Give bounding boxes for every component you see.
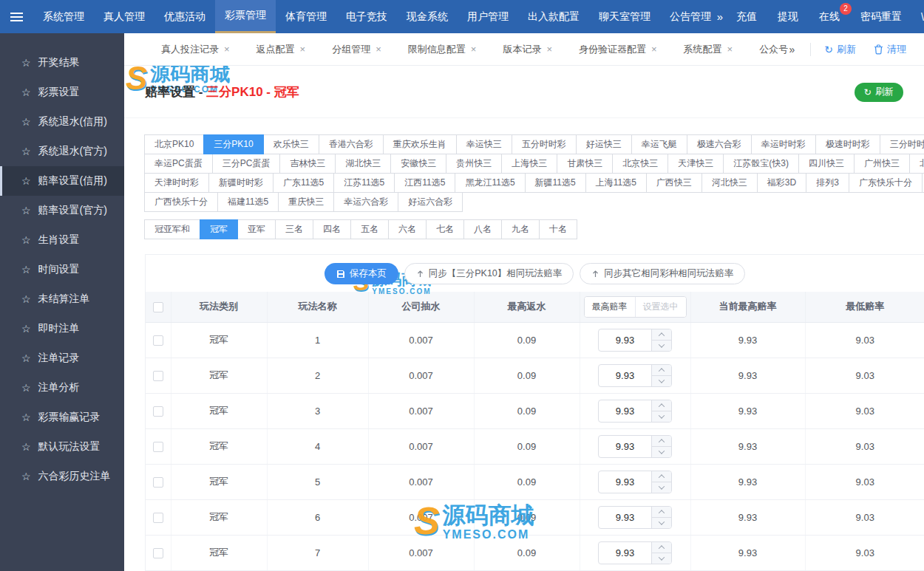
sidebar-item[interactable]: ☆系统退水(官方) [0,137,124,166]
topnav-item[interactable]: 用户管理 [458,0,518,33]
sidebar-item[interactable]: ☆即时注单 [0,314,124,343]
save-page-button[interactable]: 保存本页 [325,263,398,284]
row-checkbox[interactable] [153,442,163,452]
position-tab[interactable]: 五名 [350,219,389,239]
lottery-tab[interactable]: 香港六合彩 [319,134,384,154]
open-tab[interactable]: 限制信息配置× [408,43,477,56]
refresh-button[interactable]: ↻ 刷新 [855,83,903,102]
sidebar-item[interactable]: ☆注单记录 [0,343,124,373]
close-icon[interactable]: × [300,44,306,55]
lottery-tab[interactable]: 好运六合彩 [398,192,463,212]
decrement-button[interactable] [651,340,671,351]
decrement-button[interactable] [651,553,671,564]
sidebar-item[interactable]: ☆注单分析 [0,373,124,403]
tabs-clear-button[interactable]: 清理 [874,43,906,56]
sidebar-item[interactable]: ☆彩票输赢记录 [0,403,124,432]
topnav-action[interactable]: 密码重置 [850,0,912,33]
sidebar-item[interactable]: ☆生肖设置 [0,225,124,255]
open-tab[interactable]: 系统配置× [684,43,733,56]
lottery-tab[interactable]: 广东11选5 [273,173,334,193]
lottery-tab[interactable]: 天津快三 [667,154,724,174]
close-icon[interactable]: × [224,44,230,55]
row-checkbox[interactable] [153,513,163,523]
menu-toggle-button[interactable] [0,0,33,33]
tabs-overflow-icon[interactable]: » [789,44,795,55]
sidebar-item[interactable]: ☆赔率设置(官方) [0,196,124,225]
increment-button[interactable] [651,400,671,411]
select-all-checkbox[interactable] [153,302,163,312]
lottery-tab[interactable]: 重庆欢乐生肖 [383,134,457,154]
lottery-tab[interactable]: 新疆时时彩 [208,173,274,193]
topnav-action[interactable]: 提现 [767,0,809,33]
lottery-tab[interactable]: 上海快三 [501,154,557,174]
close-icon[interactable]: × [376,44,381,55]
lottery-tab[interactable]: 河北快三 [702,173,758,193]
topnav-item[interactable]: 公告管理 [660,0,714,33]
lottery-tab[interactable]: 三分PC蛋蛋 [212,154,281,174]
odds-input[interactable] [599,365,651,386]
max-odds-button[interactable]: 最高赔率 [585,297,635,317]
lottery-tab[interactable]: 北京快三 [612,154,668,174]
row-checkbox[interactable] [153,548,163,558]
odds-input[interactable] [599,400,651,422]
position-tab[interactable]: 四名 [313,219,351,239]
topnav-item[interactable]: 系统管理 [33,0,94,33]
lottery-tab[interactable]: 吉林快三 [279,154,336,174]
topnav-item[interactable]: 聊天室管理 [589,0,660,33]
row-checkbox[interactable] [153,406,163,417]
increment-button[interactable] [651,436,671,446]
decrement-button[interactable] [651,517,671,528]
row-checkbox[interactable] [153,335,163,346]
lottery-tab[interactable]: 广东快乐十分 [849,173,923,193]
sync-other-lottery-button[interactable]: 同步其它相同彩种相同玩法赔率 [580,263,745,284]
tabs-refresh-button[interactable]: ↻ 刷新 [824,43,856,56]
position-tab[interactable]: 八名 [463,219,502,239]
position-tab[interactable]: 六名 [388,219,427,239]
position-tab[interactable]: 七名 [426,219,464,239]
lottery-tab[interactable]: 上海11选5 [585,173,647,193]
lottery-tab[interactable]: 北京PK10 [144,134,204,154]
sidebar-item[interactable]: ☆赔率设置(信用) [0,166,124,196]
lottery-tab[interactable]: 江苏11选5 [333,173,395,193]
close-icon[interactable]: × [727,44,733,55]
odds-input[interactable] [599,329,651,351]
sidebar-item[interactable]: ☆时间设置 [0,255,124,284]
increment-button[interactable] [651,507,671,517]
open-tab[interactable]: 返点配置× [257,43,306,56]
lottery-tab[interactable]: 江西11选5 [394,173,455,193]
close-icon[interactable]: × [651,44,657,55]
lottery-tab[interactable]: 极速时时彩 [815,134,880,154]
increment-button[interactable] [651,471,671,482]
lottery-tab[interactable]: 北京快乐8 [909,154,924,174]
odds-input[interactable] [599,436,651,457]
topnav-item[interactable]: 电子竞技 [336,0,397,33]
open-tab[interactable]: 版本记录× [503,43,552,56]
lottery-tab[interactable]: 五分时时彩 [512,134,577,154]
lottery-tab[interactable]: 广州快三 [854,154,910,174]
topnav-item[interactable]: 出入款配置 [518,0,589,33]
lottery-tab[interactable]: 排列3 [806,173,849,193]
position-tab[interactable]: 九名 [501,219,540,239]
lottery-tab[interactable]: 幸运PC蛋蛋 [144,154,213,174]
topnav-action[interactable]: 在线2 [809,0,850,33]
open-tab[interactable]: 公众号配置× [759,43,787,56]
lottery-tab[interactable]: 江苏骰宝(快3) [723,154,799,174]
lottery-tab[interactable]: 广西快乐十分 [144,192,218,212]
sidebar-item[interactable]: ☆未结算注单 [0,284,124,314]
sidebar-item[interactable]: ☆默认玩法设置 [0,432,124,462]
topnav-item[interactable]: 优惠活动 [154,0,215,33]
lottery-tab[interactable]: 福彩3D [757,173,806,193]
lottery-tab[interactable]: 甘肃快三 [557,154,613,174]
open-tab[interactable]: 分组管理× [332,43,381,56]
topnav-item[interactable]: 体育管理 [276,0,336,33]
increment-button[interactable] [651,365,671,375]
odds-input[interactable] [599,507,651,528]
position-tab[interactable]: 十名 [539,219,577,239]
position-tab[interactable]: 冠亚军和 [144,219,200,239]
lottery-tab[interactable]: 幸运快三 [456,134,512,154]
lottery-tab[interactable]: 四川快三 [798,154,855,174]
set-selected-button[interactable]: 设置选中 [635,297,686,317]
lottery-tab[interactable]: 黑龙江11选5 [455,173,525,193]
lottery-tab[interactable]: 安徽快三 [390,154,446,174]
sidebar-item[interactable]: ☆彩票设置 [0,78,124,107]
